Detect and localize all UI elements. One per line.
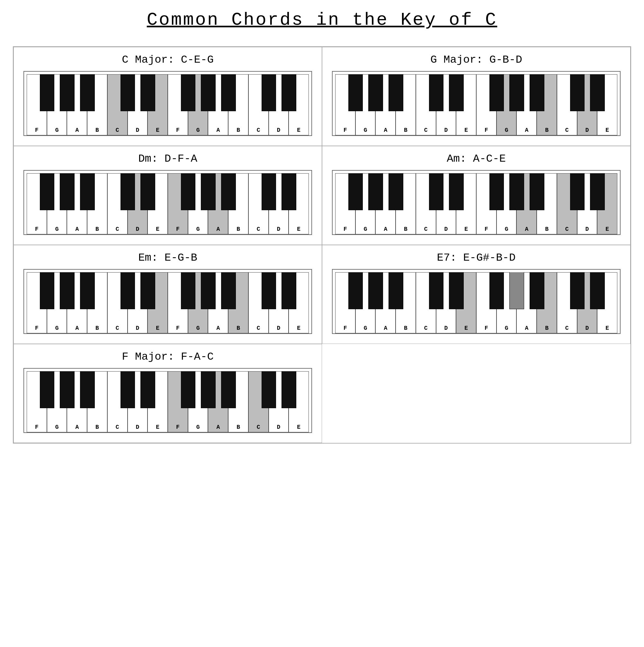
white-key-5: D <box>436 74 456 135</box>
white-key-6: E <box>147 173 168 234</box>
piano-inner: FGABCDEFGABCDE <box>335 272 617 333</box>
white-keys-row: FGABCDEFGABCDE <box>27 173 309 234</box>
white-key-13: E <box>289 272 309 333</box>
chord-cell-g-major: G Major: G-B-D FGABCDEFGABCDE <box>322 47 631 146</box>
white-key-11: C <box>557 173 577 234</box>
white-key-11: C <box>557 272 577 333</box>
white-key-0: F <box>335 272 355 333</box>
white-key-4: C <box>416 74 436 135</box>
chord-title-f-major: F Major: F-A-C <box>122 351 214 363</box>
white-key-11: C <box>248 74 269 135</box>
white-key-1: G <box>355 74 376 135</box>
white-key-9: A <box>208 74 228 135</box>
white-key-8: G <box>188 371 208 432</box>
white-key-4: C <box>107 74 128 135</box>
white-key-6: E <box>456 74 476 135</box>
white-key-2: A <box>375 173 396 234</box>
piano-outer: FGABCDEFGABCDE <box>23 368 312 433</box>
white-key-12: D <box>577 173 597 234</box>
white-key-10: B <box>228 173 248 234</box>
chord-cell-dm: Dm: D-F-A FGABCDEFGABCDE <box>13 146 322 245</box>
white-key-8: G <box>497 173 517 234</box>
white-key-12: D <box>577 272 597 333</box>
chord-title-c-major: C Major: C-E-G <box>122 54 214 66</box>
white-key-5: D <box>128 272 148 333</box>
white-key-3: B <box>396 272 416 333</box>
white-key-7: F <box>476 74 497 135</box>
white-key-6: E <box>456 173 476 234</box>
white-keys-row: FGABCDEFGABCDE <box>27 272 309 333</box>
white-key-8: G <box>188 74 208 135</box>
white-key-8: G <box>497 272 517 333</box>
white-key-0: F <box>335 173 355 234</box>
white-key-12: D <box>269 173 289 234</box>
chord-title-am: Am: A-C-E <box>447 153 506 165</box>
white-key-2: A <box>67 272 87 333</box>
white-key-10: B <box>536 272 557 333</box>
chord-cell-f-major: F Major: F-A-C FGABCDEFGABCDE <box>13 344 322 443</box>
white-key-7: F <box>168 272 188 333</box>
white-key-4: C <box>416 173 436 234</box>
piano-inner: FGABCDEFGABCDE <box>335 74 617 135</box>
piano-inner: FGABCDEFGABCDE <box>27 371 309 432</box>
white-key-9: A <box>208 272 228 333</box>
white-key-2: A <box>67 173 87 234</box>
white-key-4: C <box>107 173 128 234</box>
white-key-7: F <box>168 173 188 234</box>
white-key-8: G <box>188 272 208 333</box>
white-key-11: C <box>557 74 577 135</box>
white-keys-row: FGABCDEFGABCDE <box>335 173 617 234</box>
white-key-12: D <box>269 74 289 135</box>
white-key-13: E <box>597 272 617 333</box>
white-key-9: A <box>208 173 228 234</box>
white-key-1: G <box>47 74 67 135</box>
white-key-6: E <box>147 74 168 135</box>
white-key-2: A <box>67 74 87 135</box>
white-key-11: C <box>248 173 269 234</box>
white-key-9: A <box>516 173 536 234</box>
white-keys-row: FGABCDEFGABCDE <box>27 74 309 135</box>
white-key-1: G <box>47 272 67 333</box>
chord-cell-c-major: C Major: C-E-G FGABCDEFGABCDE <box>13 47 322 146</box>
piano-inner: FGABCDEFGABCDE <box>27 272 309 333</box>
white-key-11: C <box>248 272 269 333</box>
white-key-12: D <box>269 371 289 432</box>
white-keys-row: FGABCDEFGABCDE <box>27 371 309 432</box>
white-key-2: A <box>375 74 396 135</box>
piano-outer: FGABCDEFGABCDE <box>23 269 312 334</box>
piano-outer: FGABCDEFGABCDE <box>332 71 621 136</box>
white-key-7: F <box>476 272 497 333</box>
white-key-3: B <box>87 173 107 234</box>
white-key-13: E <box>289 173 309 234</box>
white-key-3: B <box>87 371 107 432</box>
white-key-0: F <box>335 74 355 135</box>
white-key-10: B <box>536 74 557 135</box>
page-title: Common Chords in the Key of C <box>13 10 631 30</box>
white-key-13: E <box>289 74 309 135</box>
white-key-10: B <box>228 272 248 333</box>
white-key-4: C <box>416 272 436 333</box>
chord-cell-e7: E7: E-G#-B-D FGABCDEFGABCDE <box>322 245 631 344</box>
white-key-10: B <box>536 173 557 234</box>
white-key-5: D <box>436 173 456 234</box>
chord-title-g-major: G Major: G-B-D <box>430 54 522 66</box>
white-key-3: B <box>87 272 107 333</box>
white-key-12: D <box>269 272 289 333</box>
white-key-0: F <box>27 371 47 432</box>
white-key-0: F <box>27 272 47 333</box>
white-key-4: C <box>107 272 128 333</box>
white-key-1: G <box>355 272 376 333</box>
white-key-9: A <box>516 74 536 135</box>
white-key-13: E <box>597 173 617 234</box>
white-key-9: A <box>208 371 228 432</box>
white-key-5: D <box>128 371 148 432</box>
white-key-8: G <box>497 74 517 135</box>
white-key-3: B <box>396 173 416 234</box>
white-key-3: B <box>396 74 416 135</box>
white-key-8: G <box>188 173 208 234</box>
chord-cell-em: Em: E-G-B FGABCDEFGABCDE <box>13 245 322 344</box>
white-key-4: C <box>107 371 128 432</box>
chords-grid: C Major: C-E-G FGABCDEFGABCDE G Major: G… <box>13 46 631 443</box>
piano-outer: FGABCDEFGABCDE <box>23 71 312 136</box>
piano-outer: FGABCDEFGABCDE <box>332 269 621 334</box>
